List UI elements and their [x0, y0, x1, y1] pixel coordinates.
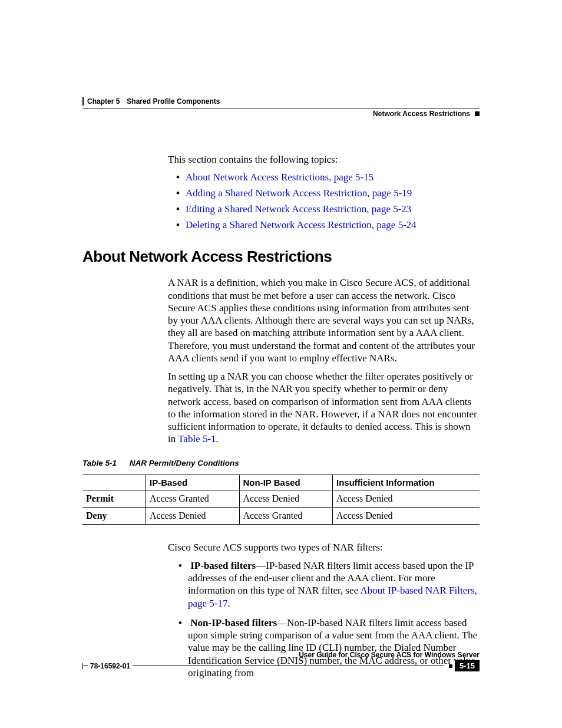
cell: Access Denied	[146, 507, 240, 524]
cell: Access Denied	[333, 507, 480, 524]
table-row: Permit Access Granted Access Denied Acce…	[82, 490, 480, 507]
row-label: Deny	[82, 507, 146, 524]
section-heading: About Network Access Restrictions	[82, 248, 480, 266]
row-label: Permit	[82, 490, 146, 507]
page: Chapter 5 Shared Profile Components Netw…	[0, 0, 562, 679]
list-item: • IP-based filters—IP-based NAR filters …	[178, 559, 480, 610]
intro-lead: This section contains the following topi…	[168, 153, 480, 166]
table-ref-link[interactable]: Table 5-1	[178, 433, 216, 444]
header-divider	[82, 108, 480, 108]
table-caption: Table 5-1 NAR Permit/Deny Conditions	[82, 459, 480, 467]
footer-doc-number: 78-16592-01	[90, 662, 130, 670]
cell: Access Granted	[146, 490, 240, 507]
cell: Access Granted	[239, 507, 333, 524]
filter-text-b: .	[228, 598, 230, 609]
topic-link[interactable]: Deleting a Shared Network Access Restric…	[186, 219, 416, 230]
running-subheader: Network Access Restrictions	[82, 110, 480, 118]
square-icon	[449, 664, 452, 668]
filter-bold: Non-IP-based filters	[190, 617, 277, 628]
table-row: Deny Access Denied Access Granted Access…	[82, 507, 480, 524]
table-caption-label: Table 5-1	[82, 459, 117, 467]
filter-bold: IP-based filters	[190, 560, 256, 571]
chapter-title: Shared Profile Components	[127, 97, 220, 106]
cell: Access Denied	[333, 490, 480, 507]
cell: Access Denied	[239, 490, 333, 507]
th-blank	[82, 475, 146, 490]
chapter-number: Chapter 5	[87, 97, 120, 106]
header-rule-icon	[82, 97, 84, 106]
table-caption-title: NAR Permit/Deny Conditions	[130, 459, 239, 467]
th-nonip: Non-IP Based	[239, 475, 333, 490]
topic-link-list: About Network Access Restrictions, page …	[178, 172, 480, 231]
th-ip: IP-Based	[146, 475, 240, 490]
th-insufficient: Insufficient Information	[333, 475, 480, 490]
topic-link[interactable]: Adding a Shared Network Access Restricti…	[186, 187, 412, 199]
page-footer: User Guide for Cisco Secure ACS for Wind…	[82, 651, 480, 671]
running-header: Chapter 5 Shared Profile Components	[82, 97, 480, 106]
para2-text-b: .	[216, 433, 219, 444]
footer-page-number: 5-15	[455, 660, 480, 671]
after-table-lead: Cisco Secure ACS supports two types of N…	[168, 541, 480, 554]
nar-conditions-table: IP-Based Non-IP Based Insufficient Infor…	[82, 475, 480, 525]
footer-guide-title: User Guide for Cisco Secure ACS for Wind…	[82, 651, 480, 659]
square-icon	[475, 111, 480, 116]
section-para-1: A NAR is a definition, which you make in…	[168, 276, 480, 364]
section-para-2: In setting up a NAR you can choose wheth…	[168, 370, 480, 446]
topic-link[interactable]: About Network Access Restrictions, page …	[186, 172, 373, 183]
topic-link[interactable]: Editing a Shared Network Access Restrict…	[186, 203, 411, 215]
section-name-right: Network Access Restrictions	[373, 110, 470, 118]
